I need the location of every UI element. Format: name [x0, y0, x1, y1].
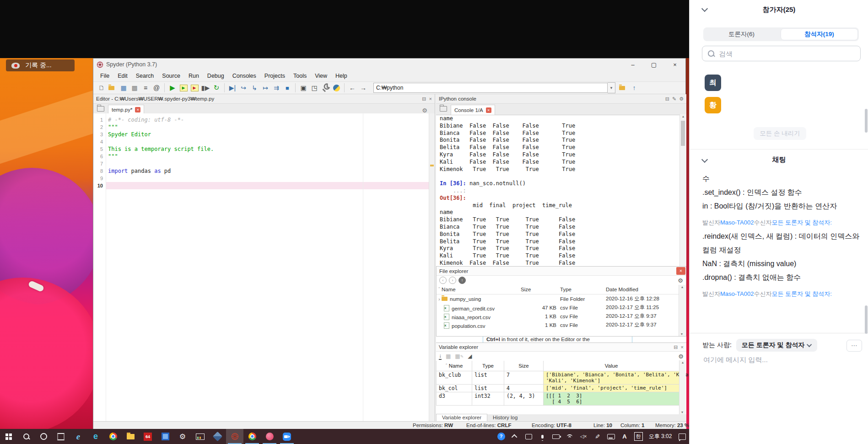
chrome-button[interactable]	[104, 429, 122, 444]
chat-message-input[interactable]	[702, 355, 855, 364]
expander-icon[interactable]: ›	[438, 296, 440, 302]
zoom-button[interactable]	[278, 429, 296, 444]
chat-message-list[interactable]: 수 .set_index() : 인덱스 설정 함수 in : Bool타입 (…	[702, 172, 861, 330]
tab-attendees[interactable]: 참석자(19)	[781, 28, 858, 40]
console-tab-close-icon[interactable]: ×	[486, 107, 491, 113]
save-icon[interactable]: ▦	[119, 83, 129, 93]
path-dropdown-icon[interactable]: ▾	[608, 82, 615, 93]
parent-directory-icon[interactable]: ↑	[629, 83, 639, 93]
ve-col-name[interactable]: ˆ Name	[437, 361, 472, 371]
browse-directory-icon[interactable]	[618, 83, 628, 93]
continue-icon[interactable]: ⇉	[271, 83, 281, 93]
lower-all-hands-button[interactable]: 모든 손 내리기	[754, 127, 806, 140]
ve-undock-icon[interactable]: ⊟	[674, 344, 678, 350]
tab-discussants[interactable]: 토론자(6)	[703, 27, 780, 41]
app-64-button[interactable]: 64	[139, 429, 156, 444]
back-icon[interactable]: ←	[347, 83, 357, 93]
tab-console-1a[interactable]: Console 1/A ×	[451, 105, 495, 115]
forward-icon[interactable]: →	[358, 83, 368, 93]
save-data-icon[interactable]: ▦	[446, 353, 451, 359]
preferences-wrench-icon[interactable]	[320, 83, 330, 93]
scroll-up-icon[interactable]: ▴	[682, 360, 684, 364]
rerun-cell-icon[interactable]: ↻	[211, 83, 221, 93]
taskbar-clock[interactable]: 오후 3:02	[645, 433, 675, 440]
variable-row[interactable]: bk_col list 4 ['mid', 'final', 'project'…	[437, 385, 679, 392]
import-data-icon[interactable]: ↓	[439, 353, 442, 360]
start-button[interactable]	[0, 429, 17, 444]
menu-projects[interactable]: Projects	[260, 73, 289, 79]
open-file-icon[interactable]	[108, 83, 118, 93]
code-area[interactable]: ⚠ 1 2 3 4 5 6 7 8 9 10 # -*- coding: utf…	[93, 113, 434, 421]
menu-file[interactable]: File	[96, 73, 113, 79]
fe-forward-icon[interactable]: ›	[449, 277, 456, 284]
menu-debug[interactable]: Debug	[203, 73, 228, 79]
search-input[interactable]	[718, 49, 848, 58]
pen-button[interactable]: ✎	[590, 433, 604, 440]
ime-korean-button[interactable]: 한	[631, 432, 645, 441]
console-edit-icon[interactable]: ✎	[672, 96, 676, 102]
editor-options-gear-icon[interactable]: ⚙	[422, 107, 427, 114]
sidebar-scrollbar-thumb[interactable]	[865, 109, 868, 133]
save-all-icon[interactable]: ▩	[129, 83, 140, 93]
tab-variable-explorer[interactable]: Variable explorer	[436, 414, 487, 421]
save-data-as-icon[interactable]: ▦✎	[455, 353, 464, 359]
tab-close-icon[interactable]: ×	[135, 107, 140, 112]
ve-col-size[interactable]: Size	[504, 361, 544, 371]
volume-muted-button[interactable]: ◁×	[577, 433, 590, 439]
fe-col-name[interactable]: ˆ Name	[437, 285, 519, 294]
symbol-finder-icon[interactable]: @	[151, 83, 162, 93]
undock-icon[interactable]: ⊟	[422, 96, 426, 102]
file-switcher-icon[interactable]: ≡	[140, 83, 151, 93]
scroll-down-icon[interactable]: ▾	[681, 410, 683, 414]
console-scrollbar[interactable]: ▴	[679, 114, 686, 266]
variable-explorer-scrollbar[interactable]: ▴ ▾	[679, 360, 686, 414]
search-button[interactable]	[17, 429, 35, 444]
ime-english-button[interactable]: A	[618, 433, 631, 440]
fe-col-type[interactable]: Type	[558, 285, 604, 294]
cortana-button[interactable]	[35, 429, 52, 444]
close-button[interactable]: ×	[664, 59, 685, 70]
menu-consoles[interactable]: Consoles	[228, 73, 260, 79]
wifi-button[interactable]	[563, 434, 577, 439]
fe-back-icon[interactable]: ‹	[439, 277, 447, 284]
avatar[interactable]: 황	[705, 97, 721, 113]
run-selection-icon[interactable]: ▮▶	[200, 83, 210, 93]
help-tray-button[interactable]: ?	[494, 433, 508, 440]
fe-col-size[interactable]: Size	[519, 285, 558, 294]
tab-temp-py[interactable]: temp.py* ×	[108, 105, 144, 114]
settings-button[interactable]: ⚙	[174, 429, 191, 444]
stop-debug-icon[interactable]: ■	[282, 83, 292, 93]
scrollbar-thumb[interactable]	[681, 121, 685, 146]
menu-run[interactable]: Run	[184, 73, 203, 79]
file-explorer-close-icon[interactable]: ×	[676, 267, 685, 275]
console-gear-icon[interactable]: ⚙	[679, 96, 684, 102]
file-explorer-button[interactable]	[122, 429, 139, 444]
fe-parent-icon[interactable]: ↑	[458, 277, 466, 284]
maximize-pane-icon[interactable]: ▣	[298, 83, 308, 93]
run-file-icon[interactable]: ▶	[167, 83, 178, 93]
console-output[interactable]: name Bibiane False False False True Bian…	[436, 114, 680, 266]
file-row[interactable]: niaaa_report.csv 1 KB csv File 2020-12-1…	[437, 312, 679, 321]
working-directory-input[interactable]	[373, 83, 608, 93]
maximize-button[interactable]: ▢	[643, 59, 664, 70]
more-options-button[interactable]: ⋯	[846, 340, 862, 352]
chrome-running-button[interactable]	[243, 429, 261, 444]
touch-keyboard-button[interactable]	[604, 434, 618, 439]
new-file-icon[interactable]: 🗋	[97, 83, 107, 93]
close-pane-icon[interactable]: ×	[429, 96, 432, 102]
variable-row[interactable]: d3 int32 (2, 4, 3) [[[ 1 2 3] [ 4 5 6]	[437, 392, 679, 406]
avatar[interactable]: 최	[705, 75, 721, 91]
ve-close-icon[interactable]: ×	[681, 344, 684, 350]
file-row[interactable]: german_credit.csv 47 KB csv File 2020-12…	[437, 303, 679, 312]
minimize-button[interactable]: –	[622, 59, 643, 70]
chat-scrollbar-thumb[interactable]	[865, 305, 868, 334]
spyder-taskbar-button[interactable]	[226, 429, 243, 444]
task-view-button[interactable]	[52, 429, 70, 444]
tablet-mode-button[interactable]	[522, 434, 535, 439]
menu-search[interactable]: Search	[132, 73, 158, 79]
file-row[interactable]: population.csv 1 KB csv File 2020-12-17 …	[437, 321, 679, 329]
debug-file-icon[interactable]: ▶|	[227, 83, 237, 93]
python-path-icon[interactable]	[331, 83, 341, 93]
ve-gear-icon[interactable]: ⚙	[678, 353, 684, 360]
file-explorer-scrollbar[interactable]: ▴ ▾	[679, 285, 685, 336]
